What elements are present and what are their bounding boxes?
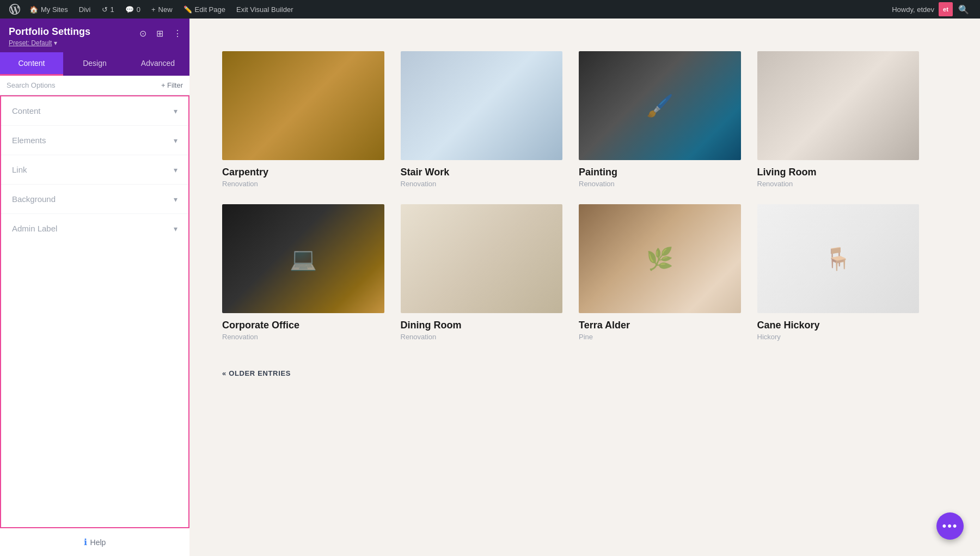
sidebar-icons: ⊙ ⊞ ⋮ [137,26,184,41]
carpentry-title: Carpentry [222,167,384,178]
my-sites-menu[interactable]: 🏠 My Sites [24,0,74,19]
portfolio-item-diningroom[interactable]: Dining Room Renovation [401,204,563,341]
option-content[interactable]: Content ▾ [1,96,188,126]
search-icon[interactable]: 🔍 [953,4,975,15]
painting-img-inner: 🖌️ [579,51,741,160]
portfolio-image-canehickory: 🪑 [757,204,920,313]
terraalder-title: Terra Alder [579,320,741,331]
filter-button[interactable]: + Filter [161,81,183,89]
portfolio-item-stairwork[interactable]: Stair Work Renovation [401,51,563,188]
portfolio-item-painting[interactable]: 🖌️ Painting Renovation [579,51,741,188]
edit-page-label: Edit Page [195,5,225,14]
corporate-category: Renovation [222,333,384,341]
portfolio-item-livingroom[interactable]: Living Room Renovation [757,51,920,188]
updates-icon: ↺ [102,5,108,14]
divi-menu[interactable]: Divi [74,0,96,19]
livingroom-img-inner [757,51,920,160]
tab-design[interactable]: Design [63,52,126,76]
portfolio-item-carpentry[interactable]: Carpentry Renovation [222,51,384,188]
more-icon[interactable]: ⋮ [171,26,184,41]
option-elements[interactable]: Elements ▾ [1,126,188,155]
diningroom-title: Dining Room [401,320,563,331]
portfolio-image-corporate: 💻 [222,204,384,313]
options-panel: Content ▾ Elements ▾ Link ▾ Background ▾… [0,95,189,528]
portfolio-image-carpentry [222,51,384,160]
help-icon: ℹ [84,537,87,547]
portfolio-item-terraalder[interactable]: 🌿 Terra Alder Pine [579,204,741,341]
tab-advanced[interactable]: Advanced [126,52,189,76]
tab-content[interactable]: Content [0,52,63,76]
sites-icon: 🏠 [29,5,38,14]
updates-count: 1 [111,5,114,14]
portfolio-image-terraalder: 🌿 [579,204,741,313]
older-entries[interactable]: « OLDER ENTRIES [189,363,980,400]
portfolio-item-corporate[interactable]: 💻 Corporate Office Renovation [222,204,384,341]
layout-icon[interactable]: ⊞ [154,26,166,41]
option-elements-label: Elements [12,136,46,145]
help-label: Help [90,538,106,547]
updates-menu[interactable]: ↺ 1 [96,0,120,19]
sidebar-search-bar: Search Options + Filter [0,76,189,95]
exit-builder-label: Exit Visual Builder [236,5,293,14]
option-link-label: Link [12,165,27,174]
comments-icon: 💬 [125,5,134,14]
fab-button[interactable]: ••• [936,512,964,540]
fab-icon: ••• [942,519,958,533]
new-menu[interactable]: + New [146,0,178,19]
corporate-img-inner: 💻 [222,204,384,313]
wp-logo[interactable] [5,0,24,19]
painting-title: Painting [579,167,741,178]
exit-builder-menu[interactable]: Exit Visual Builder [231,0,299,19]
option-admin-label[interactable]: Admin Label ▾ [1,214,188,243]
sidebar-panel: Portfolio Settings Preset: Default ▾ ⊙ ⊞… [0,19,189,556]
livingroom-title: Living Room [757,167,920,178]
option-background[interactable]: Background ▾ [1,185,188,214]
option-link[interactable]: Link ▾ [1,155,188,185]
help-link[interactable]: ℹ Help [9,537,181,547]
comments-menu[interactable]: 💬 0 [120,0,146,19]
stairwork-title: Stair Work [401,167,563,178]
terraalder-img-inner: 🌿 [579,204,741,313]
stairwork-img-inner [401,51,563,160]
admin-bar-right: Howdy, etdev et 🔍 [887,2,975,16]
corporate-title: Corporate Office [222,320,384,331]
chevron-down-icon: ▾ [174,166,177,174]
portfolio-image-livingroom [757,51,920,160]
chevron-down-icon: ▾ [174,136,177,145]
howdy-text: Howdy, etdev [887,5,939,14]
portfolio-image-painting: 🖌️ [579,51,741,160]
wp-admin-bar: 🏠 My Sites Divi ↺ 1 💬 0 + New ✏️ Edit Pa… [0,0,980,19]
sidebar-tabs: Content Design Advanced [0,52,189,76]
portfolio-item-canehicory[interactable]: 🪑 Cane Hickory Hickory [757,204,920,341]
livingroom-category: Renovation [757,180,920,188]
stairwork-category: Renovation [401,180,563,188]
sidebar-help: ℹ Help [0,528,189,556]
option-content-label: Content [12,106,41,115]
chevron-down-icon: ▾ [174,195,177,204]
main-content: Carpentry Renovation Stair Work Renovati… [189,19,980,556]
plus-icon: + [151,5,156,14]
older-entries-link[interactable]: « OLDER ENTRIES [222,369,291,377]
my-sites-label: My Sites [41,5,68,14]
divi-label: Divi [79,5,91,14]
edit-page-menu[interactable]: ✏️ Edit Page [178,0,231,19]
search-placeholder: Search Options [7,81,56,89]
pencil-icon: ✏️ [183,5,192,14]
terraalder-category: Pine [579,333,741,341]
carpentry-img-inner [222,51,384,160]
canehickory-title: Cane Hickory [757,320,920,331]
portfolio-image-stairwork [401,51,563,160]
chevron-down-icon: ▾ [174,224,177,233]
carpentry-category: Renovation [222,180,384,188]
portfolio-image-diningroom [401,204,563,313]
portfolio-grid: Carpentry Renovation Stair Work Renovati… [189,19,952,363]
avatar[interactable]: et [939,2,953,16]
diningroom-category: Renovation [401,333,563,341]
sidebar-header: Portfolio Settings Preset: Default ▾ ⊙ ⊞… [0,19,189,52]
option-background-label: Background [12,194,56,204]
option-admin-label-label: Admin Label [12,224,57,233]
new-label: New [158,5,173,14]
painting-category: Renovation [579,180,741,188]
settings-icon[interactable]: ⊙ [137,26,149,41]
canehickory-category: Hickory [757,333,920,341]
